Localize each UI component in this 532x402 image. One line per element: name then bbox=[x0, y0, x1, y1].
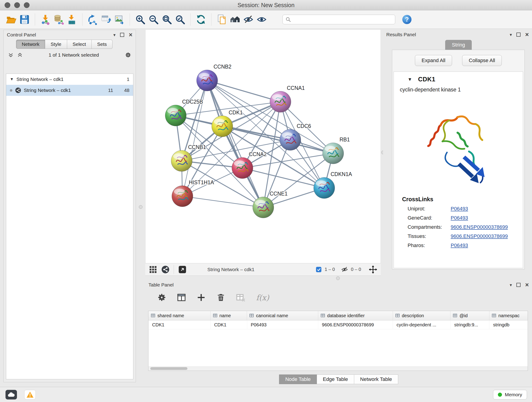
panel-close-icon[interactable]: × bbox=[129, 32, 133, 38]
zoom-out-icon[interactable] bbox=[147, 13, 160, 26]
window-close-button[interactable] bbox=[5, 2, 10, 8]
network-collection-row[interactable]: ▼ String Network – cdk1 1 bbox=[6, 74, 133, 85]
table-row[interactable]: CDK1 CDK1 P06493 9606.ENSP00000378699 cy… bbox=[148, 320, 528, 329]
import-network-file-icon[interactable] bbox=[39, 13, 52, 26]
hidden-eye-icon[interactable] bbox=[341, 266, 348, 273]
first-neighbors-icon[interactable] bbox=[228, 13, 242, 26]
zoom-fit-icon[interactable] bbox=[160, 13, 173, 26]
main-toolbar: ? bbox=[0, 10, 532, 29]
crosslink-link[interactable]: P06493 bbox=[451, 242, 468, 249]
network-node-CDK1[interactable] bbox=[212, 116, 233, 137]
splitter-handle[interactable] bbox=[336, 276, 340, 280]
clone-network-icon[interactable] bbox=[99, 13, 113, 26]
panel-float-icon[interactable] bbox=[516, 32, 520, 37]
network-node-CCNA2[interactable] bbox=[232, 157, 253, 179]
window-minimize-button[interactable] bbox=[14, 2, 20, 8]
hide-selected-icon[interactable] bbox=[242, 13, 255, 26]
toolbar-separator bbox=[35, 13, 35, 26]
pan-crosshair-icon[interactable] bbox=[369, 265, 377, 274]
tab-edge-table[interactable]: Edge Table bbox=[317, 375, 354, 384]
warning-icon bbox=[26, 391, 34, 398]
panel-menu-icon[interactable]: ▾ bbox=[114, 33, 116, 37]
new-network-icon[interactable] bbox=[86, 13, 99, 26]
tab-network[interactable]: Network bbox=[16, 40, 45, 49]
grid-view-icon[interactable] bbox=[149, 265, 157, 274]
column-header[interactable]: database identifier bbox=[318, 311, 393, 320]
network-graph[interactable]: CCNB2CCNA1CDC25BCDK1CDC6RB1CCNB1CCNA2CDK… bbox=[146, 30, 380, 263]
selected-checkbox-icon[interactable] bbox=[316, 266, 322, 273]
tab-select[interactable]: Select bbox=[67, 40, 92, 49]
search-input[interactable] bbox=[293, 17, 392, 22]
gear-icon[interactable] bbox=[125, 51, 132, 58]
panel-menu-icon[interactable]: ▾ bbox=[510, 32, 512, 37]
show-columns-icon[interactable] bbox=[176, 292, 187, 303]
collapse-section-icon[interactable]: ▼ bbox=[408, 77, 412, 82]
column-header[interactable]: canonical name bbox=[247, 311, 318, 320]
import-table-icon[interactable] bbox=[65, 13, 79, 26]
splitter-handle[interactable] bbox=[139, 205, 143, 209]
memory-button[interactable]: Memory bbox=[493, 390, 527, 400]
panel-float-icon[interactable] bbox=[516, 283, 520, 287]
table-settings-gear-icon[interactable] bbox=[156, 292, 167, 303]
delete-column-icon[interactable] bbox=[215, 292, 226, 303]
network-node-CCNB1[interactable] bbox=[171, 150, 192, 172]
network-node-CDC6[interactable] bbox=[280, 129, 301, 150]
crosslink-row: GeneCard: P06493 bbox=[394, 212, 523, 221]
network-node-CCNA1[interactable] bbox=[270, 91, 291, 112]
collapse-all-icon[interactable] bbox=[8, 52, 14, 58]
panel-float-icon[interactable] bbox=[120, 33, 124, 37]
table-panel-header: Table Panel ▾ × bbox=[145, 280, 532, 290]
tab-node-table[interactable]: Node Table bbox=[279, 375, 317, 384]
network-canvas[interactable]: CCNB2CCNA1CDC25BCDK1CDC6RB1CCNB1CCNA2CDK… bbox=[145, 30, 381, 263]
show-all-icon[interactable] bbox=[255, 13, 268, 26]
network-node-CDC25B[interactable] bbox=[165, 105, 186, 126]
save-session-icon[interactable] bbox=[18, 13, 31, 26]
column-header[interactable]: shared name bbox=[148, 311, 210, 320]
panel-close-icon[interactable]: × bbox=[525, 32, 529, 38]
open-session-icon[interactable] bbox=[5, 13, 18, 26]
tab-sets[interactable]: Sets bbox=[92, 40, 113, 49]
network-node-HIST1H1A[interactable] bbox=[172, 186, 193, 207]
network-node-CCNE1[interactable] bbox=[253, 197, 274, 218]
tab-style[interactable]: Style bbox=[45, 40, 67, 49]
warning-button[interactable] bbox=[24, 390, 36, 400]
scrollbar-thumb[interactable] bbox=[150, 367, 187, 370]
gene-header-row[interactable]: ▼ CDK1 bbox=[394, 72, 523, 83]
zoom-in-icon[interactable] bbox=[133, 13, 147, 26]
column-header[interactable]: name bbox=[210, 311, 247, 320]
column-header[interactable]: @id bbox=[450, 311, 489, 320]
expand-all-button[interactable]: Expand All bbox=[415, 55, 452, 66]
column-header[interactable]: description bbox=[393, 311, 451, 320]
refresh-icon[interactable] bbox=[194, 13, 208, 26]
panel-menu-icon[interactable]: ▾ bbox=[510, 283, 512, 287]
crosslink-link[interactable]: P06493 bbox=[451, 206, 468, 212]
crosslink-link[interactable]: 9606.ENSP00000378699 bbox=[451, 233, 508, 239]
column-header[interactable]: namespac bbox=[489, 311, 528, 320]
tab-string[interactable]: String bbox=[445, 40, 472, 50]
import-network-database-icon[interactable] bbox=[52, 13, 65, 26]
export-image-icon[interactable] bbox=[113, 13, 126, 26]
expand-all-icon[interactable] bbox=[17, 52, 23, 58]
help-button[interactable]: ? bbox=[400, 13, 413, 26]
window-zoom-button[interactable] bbox=[24, 2, 30, 8]
results-panel: Results Panel ▾ × String Expand All Coll… bbox=[383, 30, 532, 278]
network-node-CCNB2[interactable] bbox=[196, 70, 218, 91]
zoom-selected-icon[interactable] bbox=[173, 13, 187, 26]
crosslink-link[interactable]: 9606.ENSP00000378699 bbox=[451, 224, 508, 230]
copy-icon[interactable] bbox=[215, 13, 228, 26]
cloud-button[interactable] bbox=[6, 390, 17, 400]
crosslink-link[interactable]: P06493 bbox=[451, 215, 468, 221]
tab-network-table[interactable]: Network Table bbox=[354, 375, 398, 384]
add-column-icon[interactable] bbox=[196, 292, 207, 303]
network-node-RB1[interactable] bbox=[323, 143, 344, 164]
network-node-CDKN1A[interactable] bbox=[314, 177, 335, 198]
node-table[interactable]: shared name name canonical name database… bbox=[148, 311, 528, 371]
horizontal-scrollbar[interactable] bbox=[148, 366, 528, 370]
panel-close-icon[interactable]: × bbox=[525, 282, 529, 288]
open-in-window-icon[interactable] bbox=[178, 265, 187, 274]
network-share-icon[interactable] bbox=[161, 265, 170, 274]
network-row[interactable]: String Network – cdk1 11 48 bbox=[6, 85, 133, 96]
tree-expander-icon[interactable]: ▼ bbox=[10, 77, 14, 82]
search-box[interactable] bbox=[283, 15, 395, 24]
collapse-all-button[interactable]: Collapse All bbox=[462, 55, 502, 66]
